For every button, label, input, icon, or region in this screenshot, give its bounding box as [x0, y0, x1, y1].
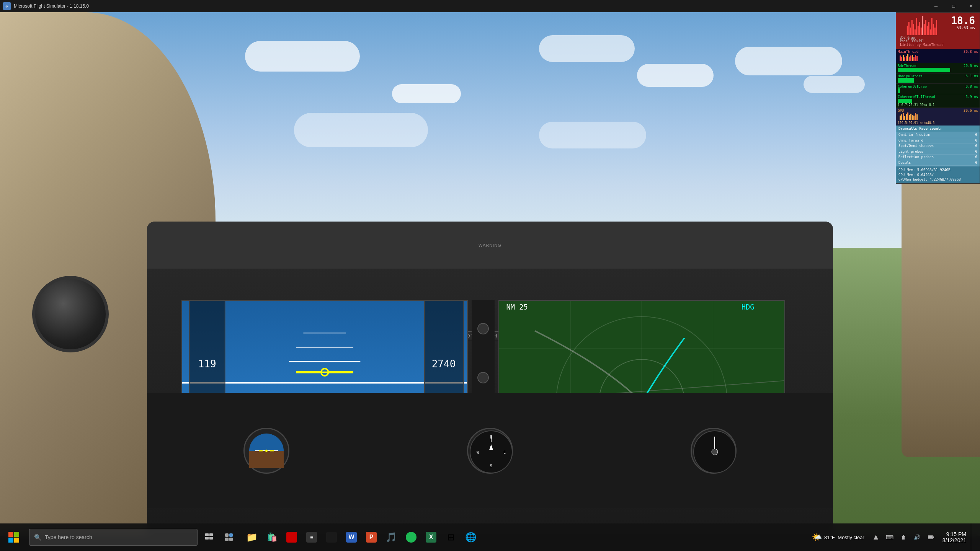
close-button[interactable]: ✕ [962, 0, 980, 12]
memory-section: CPU Mem: 5.069GB/31.924GB CPU Mem: 0.042… [896, 166, 980, 183]
coherent-ui-ms: 5.9 ms [965, 95, 978, 99]
taskbar-app-word[interactable]: W [341, 523, 361, 551]
volume-icon[interactable]: 🔊 [910, 523, 924, 551]
window-controls[interactable]: ─ □ ✕ [927, 0, 980, 12]
coherent-draw-bar [898, 88, 978, 93]
drawcalls-section: Drawcalls Face count: [896, 126, 980, 132]
svg-text:HDG: HDG [742, 303, 755, 311]
svg-rect-96 [8, 532, 13, 537]
taskbar: 🔍 Type here to search 📁 🛍️ [0, 523, 980, 551]
attitude-indicator-small [243, 428, 289, 474]
weather-temp: 81°F [824, 535, 835, 540]
bottom-instruments: N E S W [147, 393, 833, 508]
svg-point-41 [265, 450, 268, 452]
maximize-button[interactable]: □ [945, 0, 962, 12]
reflection-probes-value: 0 [975, 155, 977, 160]
svg-rect-101 [209, 533, 213, 536]
search-placeholder-text: Type here to search [45, 534, 92, 540]
taskbar-app-green[interactable] [401, 523, 421, 551]
svg-point-51 [712, 449, 718, 455]
cloud [294, 113, 428, 147]
task-view-button[interactable] [199, 523, 219, 551]
omni-frustum-row: Omni in frustum 0 [898, 132, 977, 138]
svg-rect-62 [922, 16, 923, 35]
taskbar-app-tiles[interactable]: ⊞ [441, 523, 461, 551]
svg-rect-71 [936, 20, 937, 35]
taskbar-app-dark[interactable]: ≡ [302, 523, 322, 551]
powerpoint-icon: P [366, 532, 377, 543]
svg-rect-95 [916, 114, 918, 120]
minimize-button[interactable]: ─ [927, 0, 945, 12]
show-desktop-button[interactable] [971, 523, 975, 551]
svg-text:NM 25: NM 25 [506, 303, 528, 311]
taskbar-app-pinned-1[interactable]: 🛍️ [262, 523, 282, 551]
battery-icon[interactable] [924, 523, 938, 551]
svg-rect-111 [928, 536, 933, 538]
svg-rect-110 [933, 536, 934, 538]
svg-rect-87 [904, 116, 905, 120]
svg-rect-97 [14, 532, 19, 537]
cloud [539, 35, 635, 62]
taskbar-app-excel[interactable]: X [421, 523, 441, 551]
svg-rect-107 [229, 538, 233, 541]
spot-shadows-value: 0 [975, 143, 977, 149]
svg-rect-94 [915, 113, 916, 120]
coherent-ui-label: CoherentGTUIThread [898, 95, 935, 99]
app-icon: ✈ [3, 2, 11, 10]
warning-label: WARNING [479, 243, 501, 248]
tiles-icon: ⊞ [445, 531, 457, 543]
knob[interactable] [477, 372, 489, 383]
svg-rect-74 [903, 55, 904, 61]
spotify-icon: 🎵 [385, 531, 397, 543]
title-bar: ✈ Microsoft Flight Simulator - 1.18.15.0… [0, 0, 980, 12]
weather-condition: Mostly clear [838, 535, 864, 540]
light-probes-value: 0 [975, 149, 977, 155]
svg-rect-82 [915, 55, 916, 61]
omni-forward-label: Omni forward [898, 138, 923, 143]
system-tray: 🌤️ 81°F Mostly clear ⌨ 🔊 [807, 523, 980, 551]
svg-text:119: 119 [198, 358, 216, 370]
stats-list-section: Omni in frustum 0 Omni forward 0 Spot/Om… [896, 132, 980, 166]
heading-indicator: N E S W [467, 428, 513, 474]
green-app-icon [406, 532, 416, 543]
omni-forward-value: 0 [975, 138, 977, 143]
clock-area[interactable]: 9:15 PM 8/12/2021 [938, 531, 971, 543]
svg-rect-88 [906, 114, 907, 120]
svg-rect-102 [205, 537, 209, 540]
tray-arrow-icon[interactable] [869, 523, 883, 551]
turn-coordinator [691, 428, 737, 474]
spot-shadows-row: Spot/Omni shadows 0 [898, 143, 977, 149]
widgets-button[interactable] [219, 523, 239, 551]
svg-text:2740: 2740 [431, 358, 456, 370]
svg-text:E: E [503, 450, 506, 455]
svg-rect-37 [249, 451, 284, 468]
red-app-icon [286, 532, 297, 543]
coherent-ui-section: CoherentGTUIThread 5.9 ms [ 0.7:25.31 90… [896, 94, 980, 108]
rdr-thread-section: RdrThread 20.6 ms [896, 63, 980, 73]
cpu-mem-value: CPU Mem: 0.042GB/ [898, 173, 977, 178]
svg-rect-105 [229, 533, 233, 537]
rdr-bar-container [898, 68, 978, 72]
keyboard-icon[interactable]: ⌨ [883, 523, 897, 551]
taskbar-app-spotify[interactable]: 🎵 [381, 523, 401, 551]
taskbar-app-file-explorer[interactable]: 📁 [242, 523, 262, 551]
svg-rect-99 [14, 538, 19, 543]
taskbar-app-taskman[interactable] [322, 523, 341, 551]
svg-rect-57 [915, 29, 916, 35]
start-button[interactable] [0, 523, 28, 551]
taskbar-app-browser[interactable]: 🌐 [461, 523, 481, 551]
browser-icon: 🌐 [465, 531, 477, 543]
light-probes-row: Light probes 0 [898, 149, 977, 155]
network-icon[interactable] [897, 523, 910, 551]
reflection-probes-row: Reflection probes 0 [898, 155, 977, 160]
search-bar[interactable]: 🔍 Type here to search [29, 529, 198, 546]
fps-extra-info: 352 draw [900, 36, 976, 39]
taskbar-app-red[interactable] [282, 523, 302, 551]
svg-rect-64 [925, 20, 926, 35]
cpu-mem-label: CPU Mem: 5.069GB/31.924GB [898, 168, 977, 173]
svg-rect-81 [913, 57, 915, 61]
knob[interactable] [477, 323, 489, 334]
svg-rect-104 [225, 533, 229, 537]
weather-widget[interactable]: 🌤️ 81°F Mostly clear [807, 523, 869, 551]
taskbar-app-powerpoint[interactable]: P [361, 523, 381, 551]
